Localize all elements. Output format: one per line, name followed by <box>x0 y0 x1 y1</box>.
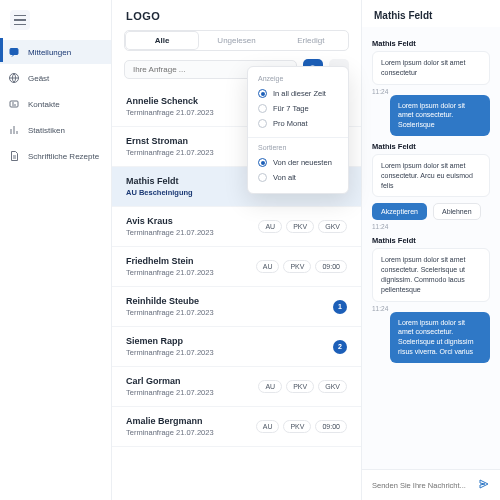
filter-option-label: Für 7 Tage <box>273 104 309 113</box>
message-timestamp: 11:24 <box>372 88 490 95</box>
contact-sub: Terminanfrage 21.07.2023 <box>126 308 214 317</box>
filter-option[interactable]: Von der neuesten <box>258 155 338 170</box>
message-outgoing: Lorem ipsum dolor sit amet consectetur. … <box>390 95 490 136</box>
unread-badge: 1 <box>333 300 347 314</box>
contact-name: Siemen Rapp <box>126 336 214 346</box>
contact-name: Avis Kraus <box>126 216 214 226</box>
filter-option-label: Von der neuesten <box>273 158 332 167</box>
tag-pill: 09:00 <box>315 420 347 433</box>
contact-name: Annelie Schenck <box>126 96 214 106</box>
sidebar-item-label: Mitteilungen <box>28 48 71 57</box>
sidebar-item-globe[interactable]: Geäst <box>0 66 111 90</box>
popup-section-title: Anzeige <box>258 75 338 82</box>
tag-pill: PKV <box>283 260 311 273</box>
tag-pill: AU <box>258 220 282 233</box>
filter-option[interactable]: In all dieser Zeit <box>258 86 338 101</box>
tag-pill: GKV <box>318 220 347 233</box>
contact-name: Ernst Stroman <box>126 136 214 146</box>
contact-sub: AU Bescheinigung <box>126 188 193 197</box>
logo: LOGO <box>112 0 361 30</box>
contact-sub: Terminanfrage 21.07.2023 <box>126 268 214 277</box>
contact-sub: Terminanfrage 21.07.2023 <box>126 148 214 157</box>
radio-icon <box>258 119 267 128</box>
filter-option-label: In all dieser Zeit <box>273 89 326 98</box>
contact-name: Carl Gorman <box>126 376 214 386</box>
message-sender: Mathis Feldt <box>372 142 490 151</box>
list-item[interactable]: Carl GormanTerminanfrage 21.07.2023AUPKV… <box>112 367 361 407</box>
message-timestamp: 11:24 <box>372 223 490 230</box>
sidebar-item-doc[interactable]: Schriftliche Rezepte <box>0 144 111 168</box>
contact-sub: Terminanfrage 21.07.2023 <box>126 388 214 397</box>
svg-rect-0 <box>10 49 18 55</box>
contact-name: Mathis Feldt <box>126 176 193 186</box>
message-incoming: Lorem ipsum dolor sit amet consectetur. … <box>372 154 490 197</box>
radio-icon <box>258 173 267 182</box>
message-input[interactable] <box>372 481 478 490</box>
tag-pill: 09:00 <box>315 260 347 273</box>
sidebar-item-stats[interactable]: Statistiken <box>0 118 111 142</box>
tab-erledigt[interactable]: Erledigt <box>274 31 348 50</box>
menu-button[interactable] <box>10 10 30 30</box>
message-incoming: Lorem ipsum dolor sit amet consectetur <box>372 51 490 85</box>
radio-icon <box>258 158 267 167</box>
chat-icon <box>8 46 20 58</box>
contact-name: Friedhelm Stein <box>126 256 214 266</box>
sidebar-item-label: Statistiken <box>28 126 65 135</box>
tag-pill: PKV <box>283 420 311 433</box>
sidebar-item-label: Geäst <box>28 74 49 83</box>
tag-pill: PKV <box>286 380 314 393</box>
sidebar-item-chat[interactable]: Mitteilungen <box>0 40 111 64</box>
filter-option-label: Von alt <box>273 173 296 182</box>
tag-pill: GKV <box>318 380 347 393</box>
list-item[interactable]: Reinhilde SteubeTerminanfrage 21.07.2023… <box>112 287 361 327</box>
tab-ungelesen[interactable]: Ungelesen <box>199 31 273 50</box>
chat-header: Mathis Feldt <box>362 0 500 27</box>
tag-pill: PKV <box>286 220 314 233</box>
tag-pill: AU <box>258 380 282 393</box>
filter-option[interactable]: Für 7 Tage <box>258 101 338 116</box>
decline-button[interactable]: Ablehnen <box>433 203 481 220</box>
list-item[interactable]: Friedhelm SteinTerminanfrage 21.07.2023A… <box>112 247 361 287</box>
tab-alle[interactable]: Alle <box>125 31 199 50</box>
contact-sub: Terminanfrage 21.07.2023 <box>126 428 214 437</box>
send-button[interactable] <box>478 478 490 492</box>
filter-option[interactable]: Pro Monat <box>258 116 338 131</box>
radio-icon <box>258 104 267 113</box>
accept-button[interactable]: Akzeptieren <box>372 203 427 220</box>
list-item[interactable]: Avis KrausTerminanfrage 21.07.2023AUPKVG… <box>112 207 361 247</box>
popup-section-title: Sortieren <box>258 144 338 151</box>
filter-popup: Anzeige In all dieser ZeitFür 7 TagePro … <box>247 66 349 194</box>
sidebar-item-label: Kontakte <box>28 100 60 109</box>
contact-sub: Terminanfrage 21.07.2023 <box>126 348 214 357</box>
svg-rect-2 <box>10 101 18 107</box>
sidebar-item-label: Schriftliche Rezepte <box>28 152 99 161</box>
message-incoming: Lorem ipsum dolor sit amet consectetur. … <box>372 248 490 301</box>
message-sender: Mathis Feldt <box>372 236 490 245</box>
message-timestamp: 11:24 <box>372 305 490 312</box>
globe-icon <box>8 72 20 84</box>
contact-sub: Terminanfrage 21.07.2023 <box>126 228 214 237</box>
list-item[interactable]: Amalie BergmannTerminanfrage 21.07.2023A… <box>112 407 361 447</box>
doc-icon <box>8 150 20 162</box>
sidebar-item-card[interactable]: Kontakte <box>0 92 111 116</box>
unread-badge: 2 <box>333 340 347 354</box>
message-sender: Mathis Feldt <box>372 39 490 48</box>
contact-name: Amalie Bergmann <box>126 416 214 426</box>
stats-icon <box>8 124 20 136</box>
filter-option-label: Pro Monat <box>273 119 308 128</box>
message-outgoing: Lorem ipsum dolor sit amet consectetur. … <box>390 312 490 363</box>
filter-option[interactable]: Von alt <box>258 170 338 185</box>
tag-pill: AU <box>256 260 280 273</box>
card-icon <box>8 98 20 110</box>
contact-sub: Terminanfrage 21.07.2023 <box>126 108 214 117</box>
list-item[interactable]: Siemen RappTerminanfrage 21.07.20232 <box>112 327 361 367</box>
radio-icon <box>258 89 267 98</box>
contact-name: Reinhilde Steube <box>126 296 214 306</box>
tag-pill: AU <box>256 420 280 433</box>
